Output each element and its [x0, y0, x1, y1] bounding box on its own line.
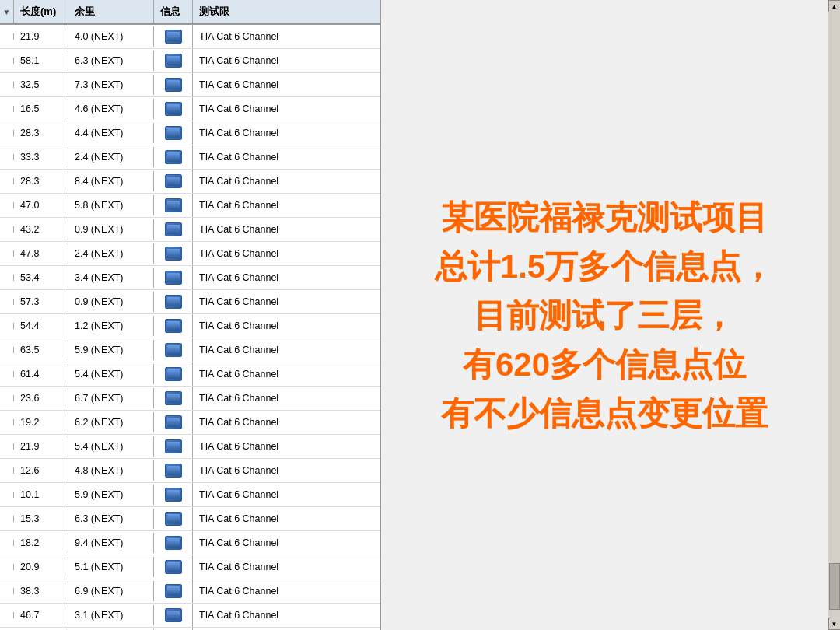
info-col-header: 信息	[154, 0, 193, 23]
row-remain-0: 4.0 (NEXT)	[68, 26, 154, 47]
table-row[interactable]: 16.5 4.6 (NEXT) TIA Cat 6 Channel	[0, 97, 380, 121]
info-icon-1	[165, 54, 182, 68]
info-icon-15	[165, 391, 182, 405]
row-sort-7	[0, 202, 14, 208]
row-sort-10	[0, 275, 14, 281]
row-info-1	[154, 49, 193, 72]
table-row[interactable]: 10.1 5.9 (NEXT) TIA Cat 6 Channel	[0, 483, 380, 507]
row-sort-13	[0, 347, 14, 353]
row-length-4: 28.3	[14, 123, 68, 143]
row-sort-8	[0, 226, 14, 233]
table-row[interactable]: 43.2 0.9 (NEXT) TIA Cat 6 Channel	[0, 218, 380, 242]
table-row[interactable]: 19.2 6.2 (NEXT) TIA Cat 6 Channel	[0, 411, 380, 435]
row-info-13	[154, 338, 193, 362]
scroll-down-button[interactable]: ▼	[828, 618, 841, 630]
row-length-2: 32.5	[14, 75, 68, 95]
scrollbar-track[interactable]	[828, 12, 840, 618]
info-icon-5	[165, 150, 182, 164]
scroll-up-button[interactable]: ▲	[828, 0, 841, 12]
row-length-7: 47.0	[14, 195, 68, 215]
row-remain-16: 6.2 (NEXT)	[68, 412, 154, 432]
row-sort-23	[0, 588, 14, 594]
row-remain-8: 0.9 (NEXT)	[68, 219, 154, 240]
table-row[interactable]: 53.4 3.4 (NEXT) TIA Cat 6 Channel	[0, 266, 380, 290]
row-limit-3: TIA Cat 6 Channel	[193, 99, 380, 119]
annotation-text: 某医院福禄克测试项目 总计1.5万多个信息点， 目前测试了三层， 有620多个信…	[419, 177, 789, 453]
row-remain-11: 0.9 (NEXT)	[68, 292, 154, 312]
row-sort-0	[0, 33, 14, 40]
info-icon-17	[165, 439, 182, 453]
row-length-18: 12.6	[14, 460, 68, 481]
table-row[interactable]: 18.2 9.4 (NEXT) TIA Cat 6 Channel	[0, 531, 380, 555]
row-remain-13: 5.9 (NEXT)	[68, 340, 154, 360]
table-row[interactable]: 38.3 6.9 (NEXT) TIA Cat 6 Channel	[0, 579, 380, 604]
row-limit-11: TIA Cat 6 Channel	[193, 292, 380, 312]
row-info-8	[154, 218, 193, 241]
row-length-5: 33.3	[14, 147, 68, 167]
row-length-14: 61.4	[14, 364, 68, 384]
row-sort-12	[0, 323, 14, 329]
row-remain-18: 4.8 (NEXT)	[68, 460, 154, 481]
row-remain-19: 5.9 (NEXT)	[68, 485, 154, 505]
table-row[interactable]: 47.0 5.8 (NEXT) TIA Cat 6 Channel	[0, 194, 380, 218]
row-limit-16: TIA Cat 6 Channel	[193, 412, 380, 432]
row-length-17: 21.9	[14, 436, 68, 457]
table-row[interactable]: 32.5 7.3 (NEXT) TIA Cat 6 Channel	[0, 73, 380, 97]
table-row[interactable]: 21.9 5.4 (NEXT) TIA Cat 6 Channel	[0, 435, 380, 459]
row-limit-24: TIA Cat 6 Channel	[193, 605, 380, 625]
row-limit-21: TIA Cat 6 Channel	[193, 533, 380, 553]
row-info-16	[154, 411, 193, 434]
row-sort-3	[0, 106, 14, 112]
table-row[interactable]: 23.6 6.7 (NEXT) TIA Cat 6 Channel	[0, 387, 380, 411]
info-icon-9	[165, 247, 182, 261]
row-length-3: 16.5	[14, 99, 68, 119]
table-row[interactable]: 28.3 8.4 (NEXT) TIA Cat 6 Channel	[0, 170, 380, 194]
row-info-24	[154, 604, 193, 627]
row-info-20	[154, 507, 193, 530]
info-icon-23	[165, 584, 182, 598]
table-row[interactable]: 28.3 4.4 (NEXT) TIA Cat 6 Channel	[0, 121, 380, 145]
table-row[interactable]: 15.3 6.3 (NEXT) TIA Cat 6 Channel	[0, 507, 380, 531]
table-row[interactable]: 58.1 6.3 (NEXT) TIA Cat 6 Channel	[0, 49, 380, 73]
row-limit-20: TIA Cat 6 Channel	[193, 509, 380, 529]
row-remain-12: 1.2 (NEXT)	[68, 316, 154, 336]
row-info-19	[154, 483, 193, 506]
scrollbar-thumb[interactable]	[829, 563, 840, 610]
table-row[interactable]: 46.7 3.1 (NEXT) TIA Cat 6 Channel	[0, 604, 380, 628]
row-limit-12: TIA Cat 6 Channel	[193, 316, 380, 336]
row-remain-6: 8.4 (NEXT)	[68, 171, 154, 191]
row-length-13: 63.5	[14, 340, 68, 360]
info-icon-24	[165, 608, 182, 622]
row-info-21	[154, 531, 193, 555]
table-row[interactable]: 57.3 0.9 (NEXT) TIA Cat 6 Channel	[0, 290, 380, 314]
row-length-23: 38.3	[14, 581, 68, 601]
annotation-line3: 目前测试了三层，	[435, 291, 774, 340]
table-row[interactable]: 63.5 5.9 (NEXT) TIA Cat 6 Channel	[0, 338, 380, 362]
sort-col-header[interactable]: ▼	[0, 0, 14, 23]
info-icon-19	[165, 488, 182, 502]
table-row[interactable]: 33.3 2.4 (NEXT) TIA Cat 6 Channel	[0, 145, 380, 170]
table-row[interactable]: 54.4 1.2 (NEXT) TIA Cat 6 Channel	[0, 314, 380, 338]
row-length-9: 47.8	[14, 243, 68, 264]
row-limit-1: TIA Cat 6 Channel	[193, 51, 380, 71]
table-header: ▼ 长度(m) 余里 信息 测试限	[0, 0, 380, 25]
table-row[interactable]: 47.8 2.4 (NEXT) TIA Cat 6 Channel	[0, 242, 380, 266]
row-info-2	[154, 73, 193, 96]
info-icon-22	[165, 560, 182, 574]
table-row[interactable]: 12.6 4.8 (NEXT) TIA Cat 6 Channel	[0, 459, 380, 483]
row-sort-22	[0, 564, 14, 570]
row-length-22: 20.9	[14, 557, 68, 577]
info-icon-18	[165, 464, 182, 478]
scrollbar[interactable]: ▲ ▼	[828, 0, 840, 630]
table-row[interactable]: 20.9 5.1 (NEXT) TIA Cat 6 Channel	[0, 555, 380, 579]
left-panel: ▼ 长度(m) 余里 信息 测试限 21.9 4.0 (NEXT) TIA Ca…	[0, 0, 381, 630]
row-length-24: 46.7	[14, 605, 68, 625]
table-row[interactable]: 21.9 4.0 (NEXT) TIA Cat 6 Channel	[0, 25, 380, 49]
row-remain-4: 4.4 (NEXT)	[68, 123, 154, 143]
info-icon-13	[165, 343, 182, 357]
row-limit-4: TIA Cat 6 Channel	[193, 123, 380, 143]
row-info-0	[154, 25, 193, 48]
row-limit-13: TIA Cat 6 Channel	[193, 340, 380, 360]
table-row[interactable]: 61.4 5.4 (NEXT) TIA Cat 6 Channel	[0, 362, 380, 387]
row-length-6: 28.3	[14, 171, 68, 191]
